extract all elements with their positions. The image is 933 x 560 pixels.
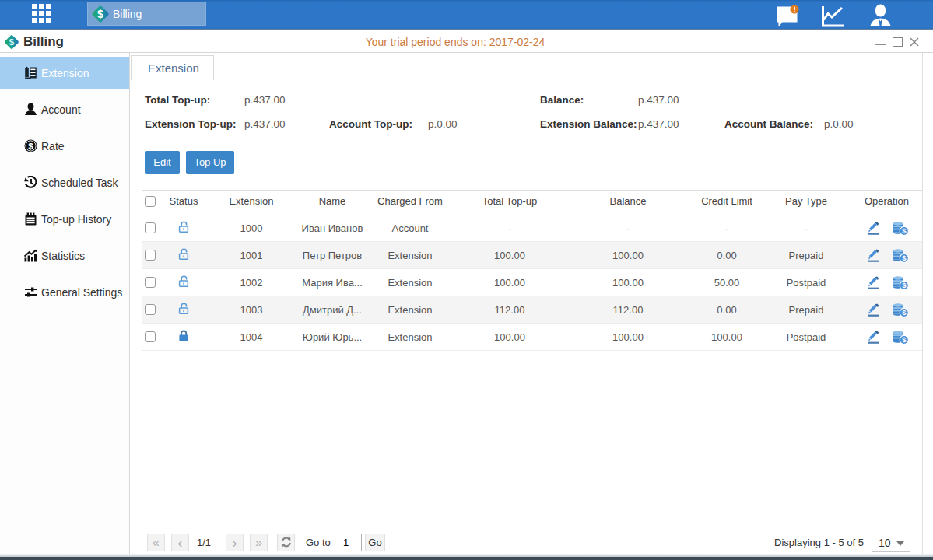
svg-text:$: $ <box>28 142 33 151</box>
svg-text:$: $ <box>902 226 907 235</box>
svg-text:$: $ <box>902 254 907 262</box>
svg-text:$: $ <box>902 335 907 344</box>
svg-text:$: $ <box>902 308 907 317</box>
svg-text:$: $ <box>97 8 103 20</box>
svg-text:$: $ <box>902 281 907 289</box>
